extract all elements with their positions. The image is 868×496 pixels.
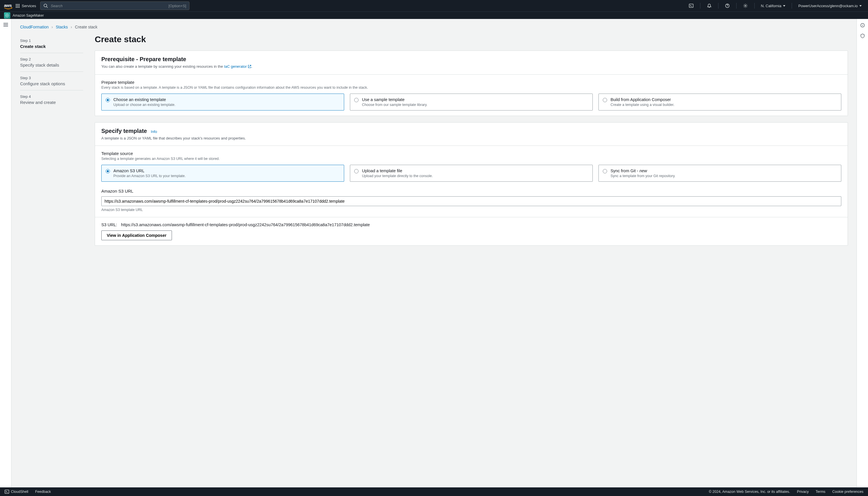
breadcrumb-current: Create stack [75,25,97,29]
template-source-options: Amazon S3 URL Provide an Amazon S3 URL t… [101,165,841,182]
template-source-help: Selecting a template generates an Amazon… [101,157,841,161]
service-bar: Amazon SageMaker [0,12,868,19]
help-icon[interactable] [723,1,732,11]
svg-point-6 [745,5,746,6]
radio-icon [106,98,110,102]
s3-url-display-value: https://s3.amazonaws.com/awsmp-fulfillme… [121,222,370,227]
sagemaker-icon[interactable] [4,12,10,19]
svg-point-11 [862,24,863,25]
s3-url-label: Amazon S3 URL [101,189,841,193]
breadcrumb-cloudformation[interactable]: CloudFormation [20,25,49,29]
settings-icon[interactable] [741,1,750,11]
template-source-label: Template source [101,151,841,156]
specify-heading: Specify template Info [101,128,841,134]
radio-desc: Sync a template from your Git repository… [610,174,676,178]
right-rail [856,19,868,487]
svg-point-0 [44,4,47,7]
external-link-icon [248,65,251,69]
svg-point-7 [6,14,9,17]
prepare-template-options: Choose an existing template Upload or ch… [101,94,841,110]
radio-title: Amazon S3 URL [113,169,186,173]
services-menu[interactable]: Services [16,4,36,8]
info-panel-icon[interactable] [860,23,865,28]
radio-desc: Upload or choose an existing template. [113,103,175,107]
aws-logo[interactable]: aws [4,3,12,9]
radio-icon [106,169,110,173]
prepare-template-option-2[interactable]: Build from Application Composer Create a… [599,94,841,110]
radio-title: Choose an existing template [113,97,175,102]
page-title: Create stack [95,34,848,44]
s3-url-help: Amazon S3 template URL [101,208,841,212]
prepare-template-option-0[interactable]: Choose an existing template Upload or ch… [101,94,344,110]
prepare-template-label: Prepare template [101,80,841,85]
region-selector[interactable]: N. California [759,4,788,8]
chevron-right-icon: › [71,25,72,29]
service-name[interactable]: Amazon SageMaker [13,14,44,17]
privacy-link[interactable]: Privacy [797,490,809,494]
step-title: Create stack [20,44,83,49]
view-composer-button[interactable]: View in Application Composer [101,231,172,240]
cloudshell-button[interactable]: CloudShell [4,490,28,494]
iac-generator-link[interactable]: IaC generator [224,64,251,68]
search-input[interactable]: Search [Option+S] [40,1,189,10]
s3-url-input[interactable] [101,196,841,206]
step-title: Configure stack options [20,81,83,86]
diagnostic-icon[interactable] [860,34,865,39]
menu-toggle[interactable] [3,23,8,27]
search-icon [43,3,48,8]
grid-icon [16,4,19,8]
search-shortcut: [Option+S] [169,4,186,8]
prerequisite-card: Prerequisite - Prepare template You can … [95,50,848,116]
radio-icon [354,169,358,173]
wizard-step-2[interactable]: Step 2 Specify stack details [20,53,83,72]
copyright: © 2024, Amazon Web Services, Inc. or its… [709,490,790,494]
template-source-option-1[interactable]: Upload a template file Upload your templ… [350,165,593,182]
content: CloudFormation › Stacks › Create stack S… [12,19,856,487]
radio-desc: Create a template using a visual builder… [610,103,674,107]
step-title: Specify stack details [20,63,83,67]
wizard-step-1: Step 1 Create stack [20,34,83,53]
prepare-template-help: Every stack is based on a template. A te… [101,86,841,90]
specify-sub: A template is a JSON or YAML file that d… [101,136,841,140]
cloudshell-icon[interactable] [686,1,696,11]
cookie-prefs-link[interactable]: Cookie preferences [833,490,864,494]
top-nav: aws Services Search [Option+S] N. Califo… [0,0,868,12]
radio-desc: Choose from our sample template library. [362,103,428,107]
radio-desc: Provide an Amazon S3 URL to your templat… [113,174,186,178]
caret-down-icon [783,5,785,6]
step-num: Step 4 [20,94,83,99]
breadcrumb-stacks[interactable]: Stacks [56,25,68,29]
main-panel: Create stack Prerequisite - Prepare temp… [95,34,848,252]
account-menu[interactable]: PowerUserAccess/glenn@ockam.io [796,4,864,8]
account-label: PowerUserAccess/glenn@ockam.io [798,4,858,8]
step-num: Step 3 [20,76,83,80]
radio-icon [354,98,358,102]
step-title: Review and create [20,100,83,105]
feedback-link[interactable]: Feedback [35,490,51,494]
svg-line-1 [46,6,48,8]
info-link[interactable]: Info [151,129,157,134]
wizard-step-3[interactable]: Step 3 Configure stack options [20,72,83,90]
workspace: CloudFormation › Stacks › Create stack S… [0,19,868,487]
specify-template-card: Specify template Info A template is a JS… [95,122,848,246]
template-source-option-2[interactable]: Sync from Git - new Sync a template from… [599,165,841,182]
left-rail [0,19,12,487]
terms-link[interactable]: Terms [816,490,825,494]
prereq-sub: You can also create a template by scanni… [101,64,841,69]
template-source-option-0[interactable]: Amazon S3 URL Provide an Amazon S3 URL t… [101,165,344,182]
radio-icon [603,98,607,102]
region-label: N. California [761,4,781,8]
svg-point-8 [6,15,8,16]
footer: CloudShell Feedback © 2024, Amazon Web S… [0,487,868,496]
svg-point-5 [727,6,727,7]
wizard-step-4[interactable]: Step 4 Review and create [20,90,83,109]
services-label: Services [22,4,36,8]
s3-url-display-label: S3 URL: [101,222,117,227]
radio-icon [603,169,607,173]
prepare-template-option-1[interactable]: Use a sample template Choose from our sa… [350,94,593,110]
s3-url-display: S3 URL: https://s3.amazonaws.com/awsmp-f… [101,222,841,227]
step-num: Step 2 [20,57,83,61]
notifications-icon[interactable] [704,1,714,11]
radio-title: Upload a template file [362,169,433,173]
breadcrumb: CloudFormation › Stacks › Create stack [20,25,848,29]
